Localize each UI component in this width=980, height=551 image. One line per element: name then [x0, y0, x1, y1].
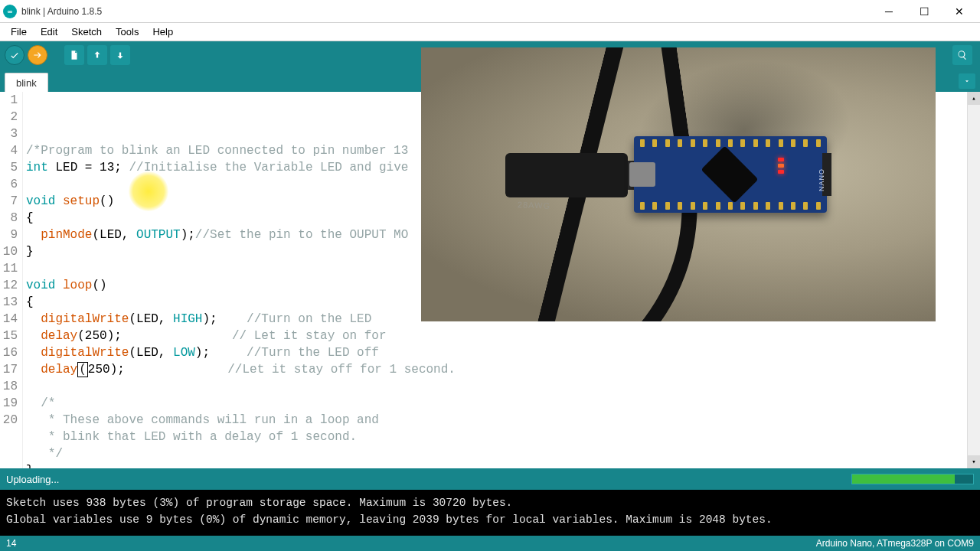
- menu-help[interactable]: Help: [146, 24, 179, 39]
- file-icon: [69, 50, 80, 60]
- menu-file[interactable]: File: [5, 24, 33, 39]
- console-line: Sketch uses 938 bytes (3%) of program st…: [6, 497, 512, 509]
- minimize-button[interactable]: ─: [871, 0, 906, 23]
- line-number-indicator: 14: [6, 538, 16, 549]
- maximize-button[interactable]: ☐: [906, 0, 942, 23]
- console-line: Global variables use 9 bytes (0%) of dyn…: [6, 514, 773, 526]
- menu-edit[interactable]: Edit: [34, 24, 64, 39]
- upload-button[interactable]: [28, 45, 47, 65]
- check-icon: [9, 50, 20, 60]
- status-bar: Uploading...: [0, 468, 980, 490]
- serial-monitor-button[interactable]: [952, 45, 972, 65]
- tab-blink[interactable]: blink: [5, 73, 48, 92]
- camera-overlay: 28AWG NANO: [421, 47, 936, 321]
- chevron-down-icon: [963, 77, 971, 85]
- board-port-indicator: Arduino Nano, ATmega328P on COM9: [816, 538, 974, 549]
- open-sketch-button[interactable]: [87, 45, 107, 65]
- output-console[interactable]: Sketch uses 938 bytes (3%) of program st…: [0, 490, 980, 536]
- scroll-down-button[interactable]: ▾: [968, 455, 980, 468]
- verify-button[interactable]: [5, 45, 24, 65]
- save-sketch-button[interactable]: [110, 45, 130, 65]
- titlebar: ∞ blink | Arduino 1.8.5 ─ ☐ ✕: [0, 0, 980, 23]
- vertical-scrollbar[interactable]: ▴ ▾: [967, 92, 980, 468]
- upload-progress: [851, 474, 974, 484]
- new-sketch-button[interactable]: [64, 45, 84, 65]
- power-led-icon: [778, 170, 784, 174]
- usb-cable-label: 28AWG: [518, 200, 551, 210]
- footer-bar: 14 Arduino Nano, ATmega328P on COM9: [0, 536, 980, 551]
- arduino-app-icon: ∞: [3, 5, 17, 18]
- mcu-chip-icon: [701, 146, 759, 204]
- board-label: NANO: [818, 168, 825, 191]
- menu-sketch[interactable]: Sketch: [65, 24, 108, 39]
- rx-led-icon: [778, 164, 784, 168]
- arrow-up-icon: [92, 50, 103, 60]
- tx-led-icon: [778, 158, 784, 161]
- magnifier-icon: [957, 50, 968, 60]
- tab-menu-dropdown[interactable]: [959, 73, 975, 89]
- window-title: blink | Arduino 1.8.5: [21, 6, 871, 17]
- arrow-down-icon: [115, 50, 126, 60]
- close-button[interactable]: ✕: [942, 0, 977, 23]
- menu-tools[interactable]: Tools: [109, 24, 145, 39]
- usb-cable-icon: [505, 153, 628, 197]
- menubar: File Edit Sketch Tools Help: [0, 23, 980, 41]
- arrow-right-icon: [32, 50, 43, 60]
- scroll-up-button[interactable]: ▴: [968, 92, 980, 105]
- arduino-nano-board: NANO: [634, 136, 827, 213]
- line-gutter: 1234567891011121314151617181920: [0, 92, 23, 468]
- status-text: Uploading...: [6, 474, 59, 485]
